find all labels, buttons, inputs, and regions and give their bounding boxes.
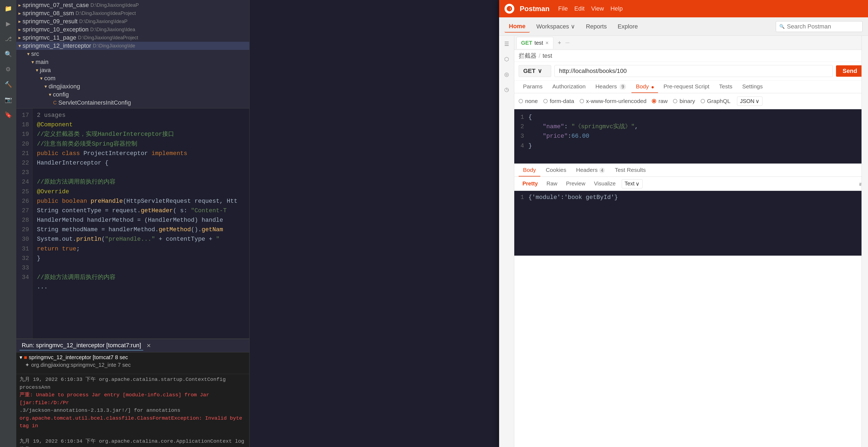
camera-icon[interactable]: 📷 xyxy=(3,94,13,105)
json-format-label: JSON xyxy=(740,98,754,104)
radio-none[interactable]: none xyxy=(519,98,538,104)
radio-raw[interactable]: raw xyxy=(652,98,668,104)
radio-label: raw xyxy=(658,98,668,104)
tree-item-label: springmvc_11_page xyxy=(23,34,76,41)
response-tab-test-results[interactable]: Test Results xyxy=(610,164,650,177)
radio-form-data[interactable]: form-data xyxy=(543,98,574,104)
request-tabs: Params Authorization Headers 9 Body Pre-… xyxy=(514,81,868,93)
radio-icon xyxy=(543,99,548,103)
response-tab-body[interactable]: Body xyxy=(519,164,540,177)
nav-reports[interactable]: Reports xyxy=(582,21,611,32)
tree-item-label: springmvc_10_exception xyxy=(23,26,88,33)
run-item-label: org.dingjiaxiong:springmvc_12_inte 7 sec xyxy=(31,362,131,368)
bookmark-icon[interactable]: 🔖 xyxy=(3,109,13,120)
tree-item[interactable]: ▾ config xyxy=(16,91,249,99)
search-bar[interactable]: 🔍 xyxy=(776,21,863,32)
tree-item[interactable]: ▾ java xyxy=(16,66,249,74)
radio-binary[interactable]: binary xyxy=(673,98,695,104)
folder-expand-icon: ▾ xyxy=(40,75,42,81)
nav-explore[interactable]: Explore xyxy=(613,21,642,32)
collection-icon[interactable]: ☰ xyxy=(502,39,512,49)
tab-method-badge: GET xyxy=(521,40,532,46)
run-output-line: 九月 19, 2022 6:10:34 下午 org.apache.catali… xyxy=(20,438,246,445)
url-input[interactable] xyxy=(554,65,833,77)
postman-title: Postman xyxy=(520,5,550,13)
folder-expand-icon: ▸ xyxy=(19,19,21,24)
environment-icon[interactable]: ◎ xyxy=(502,69,512,79)
ide-panel: ▸ springmvc_07_rest_case D:\DingJiaxiong… xyxy=(16,0,250,447)
more-tabs-button[interactable]: ··· xyxy=(565,40,569,45)
file-tree: ▸ springmvc_07_rest_case D:\DingJiaxiong… xyxy=(16,0,249,108)
response-tabs: Body Cookies Headers 4 Test Results xyxy=(514,164,868,177)
format-tab-preview[interactable]: Preview xyxy=(562,179,589,188)
tree-item-path: D:\DingJiaxiong\IdeaP xyxy=(79,19,127,24)
json-line-numbers: 1234 xyxy=(518,113,528,160)
tab-close-button[interactable]: ✕ xyxy=(545,40,549,45)
tab-headers[interactable]: Headers 9 xyxy=(591,81,630,93)
tab-body[interactable]: Body xyxy=(631,81,658,93)
tree-item[interactable]: ▾ src xyxy=(16,50,249,58)
nav-workspaces[interactable]: Workspaces ∨ xyxy=(532,21,579,32)
search-ide-icon[interactable]: 🔍 xyxy=(3,49,13,60)
radio-label: GraphQL xyxy=(707,98,731,104)
menu-file[interactable]: File xyxy=(558,5,568,12)
format-tab-raw[interactable]: Raw xyxy=(543,179,561,188)
run-item-expand: ▾ xyxy=(20,354,22,360)
menu-edit[interactable]: Edit xyxy=(574,5,585,12)
nav-home[interactable]: Home xyxy=(504,21,530,33)
breadcrumb-separator: / xyxy=(539,52,540,59)
menu-help[interactable]: Help xyxy=(610,5,622,12)
postman-logo xyxy=(504,4,514,13)
run-tree-item[interactable]: ✦ org.dingjiaxiong:springmvc_12_inte 7 s… xyxy=(19,361,247,369)
tree-item-label: dingjiaxiong xyxy=(49,83,80,90)
request-tab[interactable]: GET test ✕ xyxy=(517,37,553,49)
radio-graphql[interactable]: GraphQL xyxy=(701,98,731,104)
history-icon[interactable]: ◷ xyxy=(502,85,512,94)
run-tree-item[interactable]: ▾ ■ springmvc_12_interceptor [tomcat7 8 … xyxy=(19,353,247,361)
build-icon[interactable]: 🔨 xyxy=(3,79,13,90)
response-format-dropdown[interactable]: Text ∨ xyxy=(622,179,643,188)
format-tab-visualize[interactable]: Visualize xyxy=(590,179,620,188)
tab-params[interactable]: Params xyxy=(519,81,547,93)
tree-item[interactable]: ▾ main xyxy=(16,58,249,66)
folder-expand-icon: ▸ xyxy=(19,35,21,41)
json-editor[interactable]: 1234 { "name": "《springmvc实战》", "price":… xyxy=(514,109,868,163)
code-content[interactable]: 2 usages @Component //定义拦截器类，实现HandlerIn… xyxy=(33,108,249,339)
tab-tests[interactable]: Tests xyxy=(715,81,737,93)
project-icon[interactable]: 📁 xyxy=(3,3,13,14)
tree-item[interactable]: ▸ springmvc_07_rest_case D:\DingJiaxiong… xyxy=(16,1,249,9)
run-header-tab[interactable]: Run: springmvc_12_interceptor [tomcat7:r… xyxy=(20,341,143,351)
run-item-icon: ■ xyxy=(24,354,27,360)
postman-header: Postman File Edit View Help xyxy=(499,0,868,18)
tab-settings[interactable]: Settings xyxy=(738,81,767,93)
tree-item[interactable]: ▾ dingjiaxiong xyxy=(16,83,249,91)
menu-view[interactable]: View xyxy=(591,5,604,12)
settings-ide-icon[interactable]: ⚙ xyxy=(3,64,13,75)
close-run-icon[interactable]: ✕ xyxy=(147,342,151,349)
tree-item[interactable]: ▸ springmvc_09_result D:\DingJiaxiong\Id… xyxy=(16,18,249,26)
tree-item-path: D:\DingJiaxiong\Ide xyxy=(93,43,135,49)
response-tab-headers[interactable]: Headers 4 xyxy=(572,164,610,177)
tree-item-path: D:\DingJiaxiong\IdeaP xyxy=(91,2,139,8)
api-icon[interactable]: ⬡ xyxy=(502,54,512,64)
tab-authorization[interactable]: Authorization xyxy=(548,81,590,93)
tree-item-label: springmvc_07_rest_case xyxy=(23,2,89,9)
tree-item[interactable]: ▸ springmvc_08_ssm D:\DingJiaxiong\IdeaP… xyxy=(16,9,249,18)
radio-urlencoded[interactable]: x-www-form-urlencoded xyxy=(580,98,647,104)
tree-item[interactable]: ▾ springmvc_12_interceptor D:\DingJiaxio… xyxy=(16,42,249,50)
json-format-dropdown[interactable]: JSON ∨ xyxy=(737,96,763,106)
send-button[interactable]: Send xyxy=(836,65,864,77)
tree-item[interactable]: ▸ springmvc_10_exception D:\DingJiaxiong… xyxy=(16,26,249,34)
tree-item[interactable]: C ServletContainersInitConfig xyxy=(16,99,249,107)
git-icon[interactable]: ⎇ xyxy=(3,34,13,44)
tree-item[interactable]: ▾ com xyxy=(16,74,249,83)
response-tab-cookies[interactable]: Cookies xyxy=(541,164,571,177)
run-icon[interactable]: ▶ xyxy=(3,19,13,29)
format-tab-pretty[interactable]: Pretty xyxy=(519,179,542,188)
new-tab-button[interactable]: + xyxy=(554,38,564,48)
search-input[interactable] xyxy=(787,23,859,30)
tree-item[interactable]: ▸ springmvc_11_page D:\DingJiaxiong\Idea… xyxy=(16,34,249,42)
tab-pre-request[interactable]: Pre-request Script xyxy=(659,81,714,93)
postman-menu: File Edit View Help xyxy=(558,5,623,12)
method-select[interactable]: GET ∨ xyxy=(519,65,551,77)
